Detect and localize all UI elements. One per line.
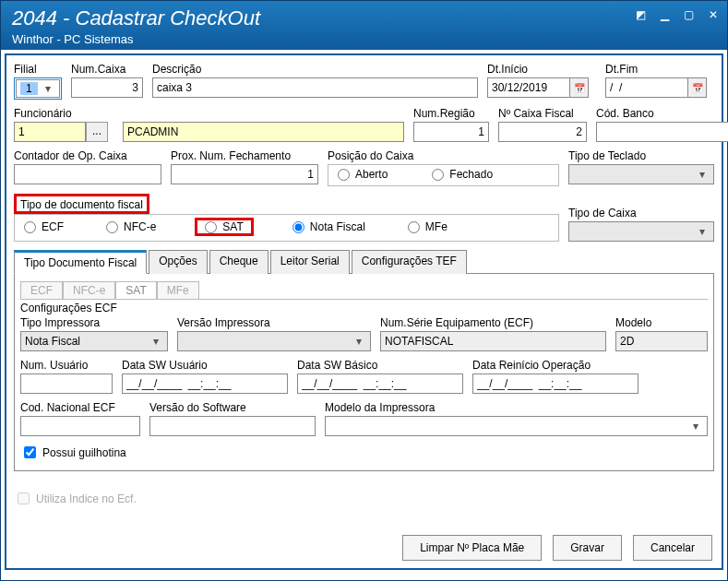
tipo-impressora-value: Nota Fiscal bbox=[25, 335, 80, 348]
cod-banco-label: Cód. Banco bbox=[596, 107, 714, 120]
tipo-doc-fiscal-label: Tipo de documento fiscal bbox=[14, 194, 149, 214]
form-body: Filial 1 ▾ Num.Caixa Descrição Dt.Início bbox=[5, 53, 723, 570]
versao-impressora-label: Versão Impressora bbox=[177, 316, 371, 329]
tipo-teclado-label: Tipo de Teclado bbox=[568, 149, 714, 162]
doc-sat-radio[interactable] bbox=[205, 221, 217, 233]
funcionario-nome-display bbox=[123, 122, 404, 142]
tipo-caixa-label: Tipo de Caixa bbox=[568, 207, 714, 219]
tipo-caixa-select[interactable]: ▾ bbox=[568, 221, 714, 242]
tipo-impressora-select[interactable]: Nota Fiscal▾ bbox=[20, 331, 168, 351]
dt-fim-label: Dt.Fim bbox=[605, 63, 714, 76]
modelo-impressora-select[interactable]: ▾ bbox=[325, 416, 708, 436]
subtab-ecf[interactable]: ECF bbox=[20, 281, 63, 299]
n-caixa-fiscal-input[interactable] bbox=[498, 122, 587, 142]
window-title: 2044 - Cadastrar CheckOut bbox=[12, 6, 716, 30]
data-reinicio-label: Data Reinício Operação bbox=[472, 359, 638, 372]
nota-fiscal-label: Nota Fiscal bbox=[310, 220, 365, 233]
help-icon[interactable]: ◩ bbox=[636, 8, 646, 21]
doc-ecf-radio[interactable] bbox=[24, 221, 36, 233]
funcionario-lookup-button[interactable]: ... bbox=[86, 122, 108, 142]
mfe-label: MFe bbox=[425, 220, 448, 233]
contador-input[interactable] bbox=[14, 164, 161, 184]
contador-label: Contador de Op. Caixa bbox=[14, 149, 161, 162]
chevron-down-icon: ▾ bbox=[41, 82, 55, 95]
doc-mfe-radio[interactable] bbox=[408, 221, 420, 233]
tab-cheque[interactable]: Cheque bbox=[209, 250, 269, 274]
chevron-down-icon: ▾ bbox=[695, 225, 710, 238]
num-regiao-input[interactable] bbox=[413, 122, 489, 142]
app-window: 2044 - Cadastrar CheckOut Winthor - PC S… bbox=[0, 0, 728, 581]
data-sw-basico-label: Data SW Básico bbox=[297, 359, 463, 372]
subtab-mfe[interactable]: MFe bbox=[157, 281, 199, 299]
data-reinicio-input[interactable] bbox=[472, 374, 638, 394]
chevron-down-icon: ▾ bbox=[688, 420, 703, 433]
minimize-icon[interactable]: ▁ bbox=[661, 8, 669, 21]
modelo-impressora-label: Modelo da Impressora bbox=[325, 401, 708, 414]
main-tabstrip: Tipo Documento Fiscal Opções Cheque Leit… bbox=[14, 249, 714, 274]
chevron-down-icon: ▾ bbox=[352, 335, 366, 348]
versao-software-input[interactable] bbox=[149, 416, 316, 436]
num-serie-equip-label: Num.Série Equipamento (ECF) bbox=[380, 316, 606, 329]
prox-fechamento-input[interactable] bbox=[171, 164, 318, 184]
chevron-down-icon: ▾ bbox=[149, 335, 163, 348]
descricao-label: Descrição bbox=[152, 63, 478, 76]
cod-nacional-ecf-label: Cod. Nacional ECF bbox=[20, 401, 140, 414]
posicao-aberto-radio[interactable] bbox=[338, 169, 350, 181]
filial-label: Filial bbox=[14, 63, 62, 76]
posicao-caixa-label: Posição do Caixa bbox=[328, 149, 559, 162]
num-usuario-label: Num. Usuário bbox=[20, 359, 113, 372]
gravar-button[interactable]: Gravar bbox=[553, 535, 622, 561]
data-sw-usuario-label: Data SW Usuário bbox=[122, 359, 288, 372]
tab-tipo-documento-fiscal[interactable]: Tipo Documento Fiscal bbox=[14, 250, 147, 274]
chevron-down-icon: ▾ bbox=[695, 168, 710, 181]
funcionario-cod-input[interactable] bbox=[14, 122, 86, 142]
subtab-nfce[interactable]: NFC-e bbox=[63, 281, 115, 299]
tipo-impressora-label: Tipo Impressora bbox=[20, 316, 168, 329]
doc-nfce-radio[interactable] bbox=[106, 221, 118, 233]
dt-fim-input[interactable] bbox=[605, 77, 688, 98]
maximize-icon[interactable]: ▢ bbox=[684, 8, 694, 21]
modelo-label: Modelo bbox=[615, 316, 708, 329]
descricao-input[interactable] bbox=[152, 77, 478, 98]
num-serie-equip-input bbox=[380, 331, 606, 351]
calendar-icon[interactable]: 📅 bbox=[688, 77, 707, 98]
n-caixa-fiscal-label: Nº Caixa Fiscal bbox=[498, 107, 587, 120]
ecf-label: ECF bbox=[42, 220, 64, 233]
cod-nacional-ecf-input[interactable] bbox=[20, 416, 140, 436]
posicao-fechado-radio[interactable] bbox=[432, 169, 444, 181]
sat-label: SAT bbox=[222, 220, 243, 233]
aberto-label: Aberto bbox=[355, 168, 388, 181]
num-regiao-label: Num.Região bbox=[413, 107, 489, 120]
num-usuario-input[interactable] bbox=[20, 374, 113, 394]
utiliza-indice-checkbox bbox=[18, 492, 30, 504]
tab-leitor-serial[interactable]: Leitor Serial bbox=[270, 250, 350, 274]
funcionario-label: Funcionário bbox=[14, 107, 113, 120]
filial-select[interactable]: 1 ▾ bbox=[16, 79, 60, 98]
utiliza-indice-label: Utiliza Indice no Ecf. bbox=[36, 492, 137, 505]
calendar-icon[interactable]: 📅 bbox=[570, 77, 589, 98]
prox-fechamento-label: Prox. Num. Fechamento bbox=[171, 149, 318, 162]
num-caixa-input[interactable] bbox=[71, 77, 143, 98]
data-sw-usuario-input[interactable] bbox=[122, 374, 288, 394]
num-caixa-label: Num.Caixa bbox=[71, 63, 143, 76]
modelo-input bbox=[615, 331, 708, 351]
sub-tabstrip: ECF NFC-e SAT MFe bbox=[20, 281, 708, 300]
versao-impressora-select[interactable]: ▾ bbox=[177, 331, 371, 351]
subtab-sat[interactable]: SAT bbox=[115, 281, 156, 299]
nfce-label: NFC-e bbox=[124, 220, 156, 233]
possui-guilhotina-checkbox[interactable] bbox=[24, 446, 36, 458]
data-sw-basico-input[interactable] bbox=[297, 374, 463, 394]
tab-opcoes[interactable]: Opções bbox=[149, 250, 207, 274]
possui-guilhotina-label: Possui guilhotina bbox=[42, 446, 126, 459]
dt-inicio-input[interactable] bbox=[487, 77, 570, 98]
titlebar: 2044 - Cadastrar CheckOut Winthor - PC S… bbox=[1, 1, 727, 50]
close-icon[interactable]: ✕ bbox=[709, 8, 718, 21]
cod-banco-input[interactable] bbox=[596, 122, 728, 142]
cancelar-button[interactable]: Cancelar bbox=[633, 535, 712, 561]
dt-inicio-label: Dt.Início bbox=[487, 63, 596, 76]
tab-config-tef[interactable]: Configurações TEF bbox=[352, 250, 467, 274]
doc-notafiscal-radio[interactable] bbox=[292, 221, 304, 233]
fechado-label: Fechado bbox=[449, 168, 493, 181]
limpar-placa-button[interactable]: Limpar Nº Placa Mãe bbox=[402, 535, 542, 561]
tipo-teclado-select[interactable]: ▾ bbox=[568, 164, 714, 184]
